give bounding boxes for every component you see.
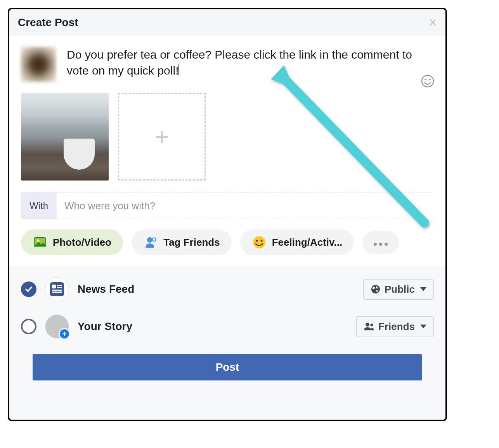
svg-point-10: [371, 285, 380, 293]
svg-point-5: [147, 237, 152, 243]
your-story-radio[interactable]: [21, 319, 36, 334]
with-label: With: [21, 193, 57, 219]
news-feed-audience-selector[interactable]: Public: [363, 279, 434, 300]
composer-options: Photo/Video Tag Friends Fee: [9, 219, 445, 266]
friends-icon: [364, 322, 374, 331]
caret-down-icon: [420, 325, 426, 328]
svg-point-11: [366, 323, 369, 326]
photo-video-chip[interactable]: Photo/Video: [21, 229, 123, 255]
destination-news-feed: News Feed Public: [21, 277, 434, 301]
svg-point-9: [260, 240, 262, 241]
tag-friends-icon: [143, 235, 158, 250]
globe-icon: [371, 284, 381, 294]
plus-icon: +: [155, 125, 169, 149]
chip-label: Tag Friends: [163, 236, 220, 248]
text-cursor: [178, 64, 179, 75]
audience-label: Friends: [378, 321, 415, 333]
attached-photo-thumbnail[interactable]: [21, 93, 109, 181]
svg-point-4: [37, 240, 40, 242]
caret-down-icon: [420, 287, 426, 291]
tag-with-input[interactable]: [57, 193, 434, 219]
tag-with-row: With: [21, 192, 434, 219]
svg-point-12: [371, 324, 373, 326]
destinations-section: News Feed Public + Your Story: [9, 266, 445, 420]
audience-label: Public: [385, 283, 415, 295]
svg-point-8: [256, 240, 258, 241]
news-feed-icon: [50, 282, 64, 296]
close-icon[interactable]: ×: [429, 16, 437, 30]
post-button[interactable]: Post: [33, 354, 422, 380]
compose-area: Do you prefer tea or coffee? Please clic…: [9, 36, 445, 86]
story-avatar-badge: +: [45, 314, 69, 339]
emoji-picker-button[interactable]: [421, 74, 435, 88]
post-button-label: Post: [216, 361, 239, 373]
photo-icon: [33, 235, 47, 250]
feeling-icon: [252, 235, 267, 250]
chip-label: Feeling/Activ...: [272, 236, 343, 248]
tag-friends-chip[interactable]: Tag Friends: [132, 229, 231, 255]
plus-badge-icon: +: [59, 328, 70, 340]
svg-point-7: [253, 236, 265, 248]
more-options-chip[interactable]: [362, 231, 399, 254]
ellipsis-icon: [373, 236, 389, 248]
your-story-audience-selector[interactable]: Friends: [356, 316, 434, 337]
titlebar: Create Post ×: [9, 9, 445, 36]
create-post-dialog: Create Post × Do you prefer tea or coffe…: [8, 8, 447, 421]
news-feed-label: News Feed: [78, 283, 355, 295]
avatar: [21, 47, 56, 82]
add-media-button[interactable]: +: [118, 93, 206, 181]
destination-your-story: + Your Story Friends: [21, 314, 434, 339]
svg-point-1: [424, 79, 426, 81]
svg-point-2: [429, 79, 431, 81]
post-text-input[interactable]: Do you prefer tea or coffee? Please clic…: [67, 47, 434, 78]
svg-point-6: [152, 238, 156, 241]
news-feed-radio[interactable]: [21, 281, 36, 297]
feeling-activity-chip[interactable]: Feeling/Activ...: [240, 229, 354, 255]
dialog-title: Create Post: [18, 16, 78, 29]
smile-icon: [421, 74, 435, 88]
media-attachments: +: [9, 86, 445, 192]
news-feed-badge: [45, 277, 69, 301]
chip-label: Photo/Video: [53, 236, 111, 248]
post-text-value: Do you prefer tea or coffee? Please clic…: [67, 48, 412, 77]
svg-point-0: [422, 75, 433, 87]
your-story-label: Your Story: [78, 320, 348, 333]
